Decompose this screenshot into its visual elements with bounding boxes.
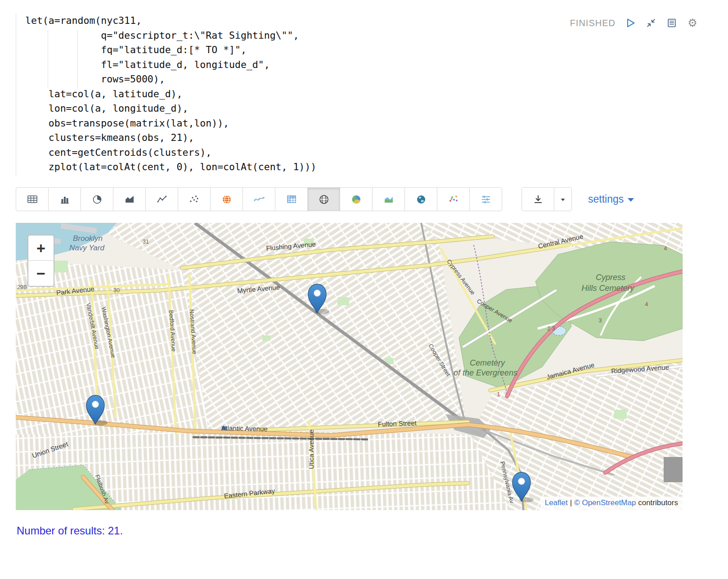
map-label: Hills Cemetery: [581, 284, 634, 293]
table-icon: [27, 194, 38, 205]
map-label: 1: [497, 391, 500, 398]
download-button-group: [522, 187, 572, 211]
run-paragraph-icon[interactable]: [625, 17, 636, 29]
bar-chart-icon: [59, 194, 71, 205]
area-colored-icon: [383, 194, 395, 205]
map-label: Navy Yard: [69, 244, 104, 252]
globe-dark-icon: [415, 194, 427, 205]
globe-dark-viz-button[interactable]: [404, 187, 437, 211]
openstreetmap-link[interactable]: © OpenStreetMap: [574, 498, 636, 507]
map-label: 4: [664, 245, 667, 252]
bar-chart-viz-button[interactable]: [48, 187, 81, 211]
map-label: Cypress: [596, 273, 625, 282]
map-label: 31: [143, 239, 149, 245]
scatter-chart-viz-button[interactable]: [178, 187, 211, 211]
globe-orange-icon: [221, 194, 233, 205]
report-view-icon[interactable]: [666, 17, 678, 29]
line-chart-viz-button[interactable]: [145, 187, 178, 211]
map-label: 2 3: [547, 326, 555, 332]
area-chart-viz-button[interactable]: [113, 187, 146, 211]
leaflet-link[interactable]: Leaflet: [545, 498, 568, 507]
pivot-grid-viz-button[interactable]: [275, 187, 308, 211]
settings-label: settings: [588, 193, 624, 205]
line-chart-icon: [156, 194, 168, 205]
spline-chart-viz-button[interactable]: [243, 187, 275, 211]
map-label: Utica Avenue: [307, 430, 315, 469]
area-chart-icon: [124, 194, 135, 205]
globe-selected-icon: [318, 194, 330, 205]
pie-colored-icon: [351, 194, 362, 205]
leaflet-map[interactable]: BrooklynNavy Yard31Flushing AvenueCentra…: [16, 223, 683, 510]
settings-link[interactable]: settings: [588, 193, 634, 205]
map-label: Fulton Street: [378, 419, 417, 428]
scatter-chart-icon: [189, 194, 200, 205]
table-viz-button[interactable]: [16, 187, 49, 211]
viz-button-group: [16, 187, 502, 211]
map-label: Brooklyn: [73, 234, 103, 243]
pie-chart-icon: [91, 194, 103, 205]
paragraph-status: FINISHED: [570, 18, 616, 28]
pivot-grid-icon: [286, 194, 297, 205]
download-caret-button[interactable]: [554, 187, 572, 211]
zoom-out-button[interactable]: −: [28, 261, 54, 286]
caret-down-icon: [559, 195, 567, 204]
map-attribution: Leaflet|© OpenStreetMap contributors: [540, 497, 683, 510]
code-editor-wrap: let(a=random(nyc311, q="descriptor_t:\"R…: [16, 14, 712, 176]
visualization-toolbar: settings: [16, 187, 712, 211]
map-zoom-control: + −: [27, 235, 54, 287]
leaflet-map-viz-button[interactable]: [307, 187, 340, 211]
pie-chart-viz-button[interactable]: [81, 187, 113, 211]
map-canvas: BrooklynNavy Yard31Flushing AvenueCentra…: [16, 223, 683, 510]
map-label: 4: [645, 301, 648, 308]
zeppelin-paragraph: let(a=random(nyc311, q="descriptor_t:\"R…: [0, 0, 728, 537]
collapse-output-icon[interactable]: [645, 17, 657, 29]
area-colored-viz-button[interactable]: [372, 187, 405, 211]
result-count-text: Number of results: 21.: [17, 525, 712, 537]
settings-caret-icon: [628, 198, 634, 202]
map-globe-orange-viz-button[interactable]: [210, 187, 243, 211]
download-button[interactable]: [521, 187, 554, 211]
sliders-icon: [480, 194, 492, 205]
map-label: Atlantic Avenue: [221, 424, 267, 433]
map-label: 3: [599, 317, 602, 324]
code-editor[interactable]: let(a=random(nyc311, q="descriptor_t:\"R…: [25, 14, 712, 175]
map-label: 30: [113, 287, 120, 294]
attribution-suffix: contributors: [638, 498, 678, 507]
map-label: Cemetery: [470, 358, 505, 367]
pie-colored-viz-button[interactable]: [340, 187, 373, 211]
map-label: of the Evergreens: [454, 368, 517, 377]
indent-guide: [77, 31, 78, 88]
scatter-colored-viz-button[interactable]: [437, 187, 470, 211]
parallel-sliders-viz-button[interactable]: [469, 187, 502, 211]
attribution-separator: |: [570, 498, 572, 507]
zoom-in-button[interactable]: +: [28, 235, 54, 261]
paragraph-status-bar: FINISHED ⚙: [570, 17, 698, 29]
map-label: 29B: [17, 284, 27, 290]
gear-icon[interactable]: ⚙: [687, 17, 698, 29]
indent-guide: [48, 31, 48, 88]
download-icon: [532, 194, 544, 205]
spline-chart-icon: [253, 194, 265, 205]
scatter-colored-icon: [448, 194, 459, 205]
